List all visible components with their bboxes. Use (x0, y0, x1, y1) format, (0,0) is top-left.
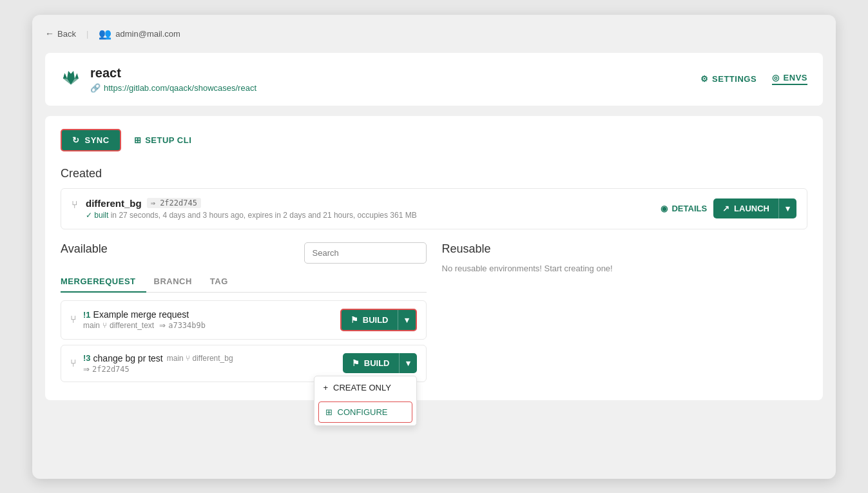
project-info: react 🔗 https://gitlab.com/qaack/showcas… (90, 66, 256, 93)
merge-item-1-info: !1 Example merge request main ⑂ differen… (83, 309, 206, 330)
user-info: 👥 admin@mail.com (99, 28, 180, 40)
sliders-icon: ⊞ (325, 407, 333, 417)
launch-dropdown[interactable]: ▾ (779, 198, 796, 218)
merge-item-2: ⑂ !3 change bg pr test main ⑂ different_… (61, 345, 427, 382)
env-left: ⑂ different_bg ⇒ 2f22d745 ✓ built in 27 … (72, 198, 417, 220)
env-name: different_bg (86, 198, 142, 209)
search-input[interactable] (304, 242, 427, 264)
env-meta: ✓ built in 27 seconds, 4 days and 3 hour… (86, 211, 417, 220)
configure-label: CONFIGURE (338, 407, 388, 417)
reusable-section: Reusable No reusable environments! Start… (442, 242, 808, 387)
project-url: 🔗 https://gitlab.com/qaack/showcases/rea… (90, 83, 256, 93)
build-label-2: BUILD (364, 358, 390, 368)
merge-arrow-icon-1: ⑂ (102, 321, 107, 330)
merge-number-2: !3 (83, 353, 91, 363)
envs-button[interactable]: ◎ ENVS (772, 73, 807, 85)
gitlab-icon (61, 66, 81, 92)
back-arrow-icon: ← (45, 28, 54, 39)
create-only-label: CREATE ONLY (333, 383, 391, 392)
settings-button[interactable]: ⚙ SETTINGS (700, 74, 757, 84)
env-commit: ⇒ 2f22d745 (147, 198, 201, 208)
launch-main[interactable]: ↗ LAUNCH (713, 198, 779, 218)
setup-cli-label: SETUP CLI (145, 135, 191, 145)
launch-button[interactable]: ↗ LAUNCH ▾ (713, 198, 796, 218)
merge-title-1: Example merge request (93, 309, 189, 320)
merge-title-2: change bg pr test (93, 353, 163, 363)
env-details: different_bg ⇒ 2f22d745 ✓ built in 27 se… (86, 198, 417, 220)
build-dropdown-1[interactable]: ▾ (398, 310, 416, 330)
project-url-text[interactable]: https://gitlab.com/qaack/showcases/react (104, 83, 256, 93)
launch-label: LAUNCH (734, 204, 769, 213)
configure-option[interactable]: ⊞ CONFIGURE (318, 401, 412, 423)
sync-icon: ↻ (72, 135, 80, 145)
back-button[interactable]: ← Back (45, 28, 76, 39)
reusable-empty: No reusable environments! Start creating… (442, 264, 808, 273)
tab-mergerequest[interactable]: MERGEREQUEST (61, 271, 146, 293)
merge-item-2-left: ⑂ !3 change bg pr test main ⑂ different_… (70, 353, 233, 374)
create-only-option[interactable]: + CREATE ONLY (314, 376, 416, 399)
build-icon-2: ⚑ (352, 358, 360, 368)
build-main-2[interactable]: ⚑ BUILD (343, 353, 400, 373)
project-card: react 🔗 https://gitlab.com/qaack/showcas… (45, 53, 823, 106)
merge-arrow-icon-2: ⑂ (186, 354, 192, 363)
details-button[interactable]: ◉ DETAILS (661, 204, 707, 213)
user-label: admin@mail.com (115, 29, 180, 39)
tabs: MERGEREQUEST BRANCH TAG (61, 271, 427, 293)
build-label-1: BUILD (363, 315, 389, 325)
build-main-1[interactable]: ⚑ BUILD (342, 310, 398, 330)
build-button-2[interactable]: ⚑ BUILD ▾ (343, 353, 417, 373)
build-icon-1: ⚑ (351, 315, 358, 325)
sync-button[interactable]: ↻ SYNC (61, 129, 121, 151)
project-actions: ⚙ SETTINGS ◎ ENVS (700, 73, 807, 85)
app-window: ← Back | 👥 admin@mail.com (32, 15, 836, 479)
link-icon: 🔗 (90, 83, 101, 93)
top-bar: ← Back | 👥 admin@mail.com (45, 28, 823, 40)
gear-icon: ⚙ (700, 74, 709, 84)
available-header: Available (61, 242, 427, 264)
sync-label: SYNC (85, 135, 110, 145)
details-label: DETAILS (671, 204, 707, 213)
two-col-section: Available MERGEREQUEST BRANCH TAG (61, 242, 807, 387)
build-btn-wrap-2: ⚑ BUILD ▾ + CREATE ONLY (343, 353, 417, 373)
build-btn-wrap-1: ⚑ BUILD ▾ (340, 309, 417, 331)
terminal-icon: ⊞ (134, 135, 142, 145)
env-actions: ◉ DETAILS ↗ LAUNCH ▾ (661, 198, 796, 218)
tab-tag[interactable]: TAG (210, 271, 238, 292)
created-title: Created (61, 167, 807, 180)
build-button-1[interactable]: ⚑ BUILD ▾ (340, 309, 417, 331)
available-title: Available (61, 242, 108, 256)
tab-branch[interactable]: BRANCH (154, 271, 202, 292)
reusable-title: Reusable (442, 242, 808, 256)
back-label: Back (57, 29, 76, 39)
eye-icon: ◉ (661, 204, 668, 213)
merge-meta-1: main ⑂ different_text ⇒ a7334b9b (83, 321, 206, 330)
circle-icon: ◎ (772, 73, 780, 82)
user-icon: 👥 (99, 28, 111, 40)
built-label: ✓ built (86, 211, 108, 220)
merge-number-1: !1 (83, 310, 91, 320)
available-section: Available MERGEREQUEST BRANCH TAG (61, 242, 427, 387)
setup-cli-button[interactable]: ⊞ SETUP CLI (134, 135, 192, 145)
launch-icon: ↗ (722, 204, 729, 213)
branch-icon: ⑂ (72, 199, 78, 211)
project-left: react 🔗 https://gitlab.com/qaack/showcas… (61, 66, 256, 93)
created-env-row: ⑂ different_bg ⇒ 2f22d745 ✓ built in 27 … (61, 188, 807, 229)
build-dropdown-menu: + CREATE ONLY ⊞ CONFIGURE (314, 376, 417, 426)
toolbar: ↻ SYNC ⊞ SETUP CLI (61, 129, 807, 151)
merge-item-2-info: !3 change bg pr test main ⑂ different_bg… (83, 353, 233, 374)
merge-icon-2: ⑂ (70, 358, 77, 369)
divider: | (86, 29, 88, 39)
merge-meta-2: ⇒ 2f22d745 (83, 365, 233, 374)
main-card: ↻ SYNC ⊞ SETUP CLI Created ⑂ different_b… (45, 116, 823, 400)
merge-item-1-left: ⑂ !1 Example merge request main ⑂ differ… (70, 309, 206, 330)
build-dropdown-2[interactable]: ▾ (400, 353, 417, 373)
plus-icon: + (323, 383, 329, 392)
project-name: react (90, 66, 256, 81)
merge-icon-1: ⑂ (70, 314, 77, 325)
merge-item-1: ⑂ !1 Example merge request main ⑂ differ… (61, 300, 427, 340)
